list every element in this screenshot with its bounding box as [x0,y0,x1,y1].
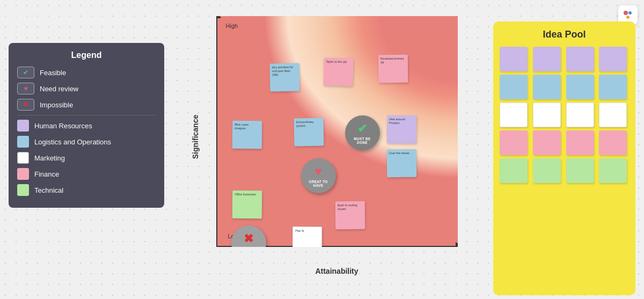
wont-label: WON'TWORK [243,247,255,247]
pool-note [500,75,528,99]
pool-note [599,130,627,155]
marketing-label: Marketing [34,154,65,162]
finance-label: Finance [34,170,59,178]
wont-x-icon: ✖ [244,232,253,246]
great-to-have-badge: ♥ GREAT TOHAVE [301,158,336,193]
x-arrow [456,242,458,247]
logistics-color [17,136,29,148]
x-axis-label: Attainability [315,267,358,275]
pool-notes-grid [500,47,629,183]
sticky-note-9: Back to routing issues [335,201,364,229]
idea-pool-title: Idea Pool [500,29,629,40]
impossible-icon: ✖ [17,99,34,111]
pool-note [500,158,528,183]
x-axis-label-text: Attainability [216,266,458,276]
great-label: GREAT TOHAVE [309,180,327,187]
sticky-note-6: Idea around Product [386,115,416,143]
logistics-label: Logistics and Operations [34,138,111,146]
legend-item-logistics: Logistics and Operations [17,136,156,148]
chart-wrapper: Significance High Low Low High [164,11,493,263]
feasible-label: Feasible [40,69,66,77]
pool-note [533,47,561,71]
pool-note [599,158,627,183]
y-axis-label: Significance [191,115,200,159]
sticky-note-1: Key priorities for mid-year Best Offer [269,63,299,92]
pool-note [500,103,528,127]
pool-note [500,47,528,71]
sticky-note-3: Reviewed primary Alt [378,55,407,83]
pool-note [533,75,561,99]
must-checkmark-icon: ✔ [357,122,367,136]
pool-note [566,75,594,99]
pool-note [599,103,627,127]
pool-note [599,75,627,99]
sticky-note-7: Over the issues [386,149,416,177]
feasible-icon: ✔ [17,67,34,78]
y-high-label: High [226,23,238,29]
chart-container: Significance High Low Low High [195,11,463,263]
pool-note [533,158,561,183]
pool-note [566,158,594,183]
need-review-label: Need review [40,85,78,93]
pool-note [566,47,594,71]
pool-note [500,130,528,155]
sticky-note-2: Taylor in the old [323,58,353,86]
legend-item-finance: Finance [17,168,156,180]
y-axis [216,16,217,247]
legend-panel: Legend ✔ Feasible ♥ Need review ✖ Imposs… [9,43,164,208]
y-arrow [216,16,221,18]
pool-note [566,130,594,155]
must-label: MUST BEDONE [354,137,370,144]
pool-note [566,103,594,127]
technical-label: Technical [34,186,63,194]
legend-item-feasible: ✔ Feasible [17,67,156,78]
sticky-note-8: Office Extension [232,191,261,218]
legend-item-hr: Human Resources [17,120,156,132]
need-review-icon: ♥ [17,83,34,94]
legend-item-marketing: Marketing [17,152,156,164]
legend-title: Legend [17,50,156,60]
great-heart-icon: ♥ [314,165,321,179]
hr-color [17,120,29,132]
pool-note [533,103,561,127]
legend-item-technical: Technical [17,184,156,196]
marketing-color [17,152,29,164]
technical-color [17,184,29,196]
pool-note [599,47,627,71]
chart-plot: High Low Low High ✔ MUST BEDONE ♥ GREAT … [216,16,458,247]
pool-note [533,130,561,155]
legend-item-impossible: ✖ Impossible [17,99,156,111]
sticky-note-10: Plan B [292,227,321,247]
impossible-label: Impossible [40,101,73,109]
idea-pool-panel: Idea Pool [493,21,635,295]
sticky-note-4: Blue Laser Analysis [232,121,261,149]
sticky-note-5: Extraordinary system [294,118,324,147]
legend-item-need-review: ♥ Need review [17,83,156,94]
must-be-done-badge: ✔ MUST BEDONE [345,115,380,150]
hr-label: Human Resources [34,122,92,130]
main-layout: Legend ✔ Feasible ♥ Need review ✖ Imposs… [0,0,644,299]
finance-color [17,168,29,180]
